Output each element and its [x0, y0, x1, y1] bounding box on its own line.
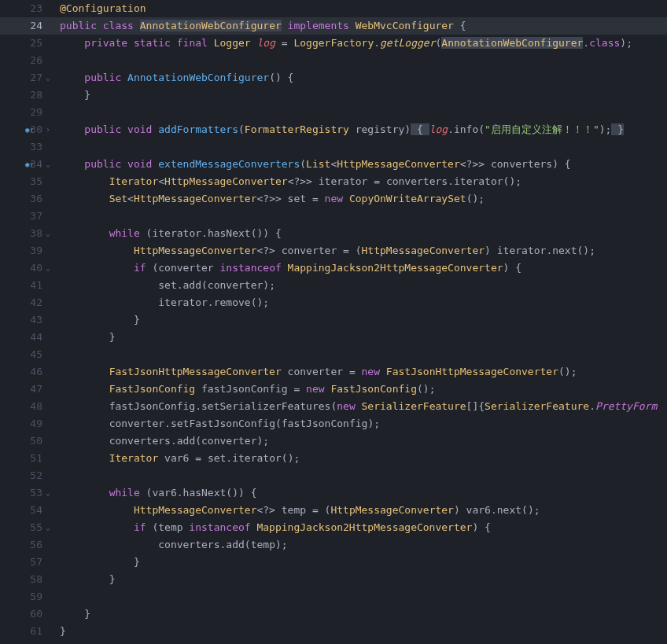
gutter-row: 44	[0, 329, 57, 346]
code-editor[interactable]: 2324252627⌄2829◉↑30›33◉↑34⌄35363738⌄3940…	[0, 0, 667, 644]
gutter-row: ◉↑30›	[0, 121, 57, 138]
class-name: AnnotationWebConfigurer	[140, 20, 282, 31]
brace: }	[109, 331, 116, 343]
punct: .	[583, 37, 589, 49]
code-line[interactable]: @Configuration	[60, 0, 667, 17]
fold-expanded-icon[interactable]: ⌄	[42, 259, 53, 277]
code-line[interactable]: }	[60, 605, 667, 623]
code-line[interactable]: Iterator var6 = set.iterator();	[60, 450, 667, 467]
code-line[interactable]: FastJsonHttpMessageConverter converter =…	[60, 363, 667, 381]
fold-brace[interactable]: {	[411, 123, 429, 135]
fold-expanded-icon[interactable]: ⌄	[42, 484, 53, 502]
code-line[interactable]: public AnnotationWebConfigurer() {	[60, 69, 667, 86]
fold-brace[interactable]: }	[611, 123, 624, 135]
method-decl: extendMessageConverters	[158, 158, 300, 170]
code-area[interactable]: @Configuration public class AnnotationWe…	[57, 0, 667, 644]
fold-expanded-icon[interactable]: ⌄	[42, 519, 53, 536]
code-line[interactable]: }	[60, 623, 667, 640]
code-line[interactable]: public void extendMessageConverters(List…	[60, 156, 667, 173]
fold-collapsed-icon[interactable]: ›	[42, 121, 53, 138]
method-decl: addFormatters	[158, 123, 238, 135]
code-line[interactable]: iterator.remove();	[60, 294, 667, 311]
arg: converter	[208, 279, 263, 291]
line-number: 33	[24, 138, 42, 156]
line-number: 54	[24, 502, 42, 519]
var-ref: iterator	[152, 227, 201, 239]
operator: = (	[306, 504, 330, 516]
punct: );	[599, 123, 612, 135]
enum: SerializerFeature	[485, 400, 589, 412]
fold-expanded-icon[interactable]: ⌄	[42, 156, 53, 173]
gutter-row: 26	[0, 52, 57, 69]
var-ref: iterator	[497, 245, 547, 256]
override-icon[interactable]: ◉↑	[25, 121, 34, 138]
gutter-row: 35	[0, 173, 57, 190]
punct: (	[201, 279, 208, 291]
code-line-current[interactable]: public class AnnotationWebConfigurer imp…	[60, 17, 667, 35]
line-number: 52	[24, 467, 42, 484]
keyword: final	[177, 37, 208, 49]
gutter-row: 61	[0, 623, 57, 640]
arg: converter	[201, 435, 256, 447]
punct: );	[620, 37, 632, 49]
code-line[interactable]: if (converter instanceof MappingJackson2…	[60, 259, 667, 277]
punct: .	[448, 175, 454, 187]
type: FormatterRegistry	[245, 123, 349, 135]
code-line[interactable]: while (var6.hasNext()) {	[60, 484, 667, 502]
code-line[interactable]: }	[60, 86, 667, 104]
code-line[interactable]: }	[60, 571, 667, 588]
punct: >	[478, 158, 485, 170]
line-number: 24	[24, 17, 42, 35]
fold-expanded-icon[interactable]: ⌄	[42, 69, 53, 86]
type: FastJsonConfig	[109, 383, 196, 395]
code-line-empty[interactable]	[60, 467, 667, 484]
gutter-row: 58	[0, 571, 57, 588]
code-line-empty[interactable]	[60, 138, 667, 156]
code-line[interactable]: while (iterator.hasNext()) {	[60, 225, 667, 242]
punct: .	[374, 37, 380, 49]
code-line-empty[interactable]	[60, 104, 667, 121]
field: log	[429, 123, 448, 135]
gutter-row: 37	[0, 208, 57, 225]
code-line[interactable]: converter.setFastJsonConfig(fastJsonConf…	[60, 415, 667, 432]
operator: =	[275, 37, 293, 49]
code-line[interactable]: HttpMessageConverter<?> temp = (HttpMess…	[60, 502, 667, 519]
fold-expanded-icon[interactable]: ⌄	[42, 225, 53, 242]
punct: <?>	[256, 193, 275, 204]
code-line[interactable]: }	[60, 329, 667, 346]
keyword: new	[337, 400, 355, 412]
keyword: if	[134, 521, 146, 533]
gutter-row: 54	[0, 502, 57, 519]
type: CopyOnWriteArraySet	[343, 193, 466, 204]
code-line[interactable]: }	[60, 311, 667, 329]
line-number: 56	[24, 536, 42, 554]
code-line[interactable]: fastJsonConfig.setSerializerFeatures(new…	[60, 398, 667, 415]
code-line-empty[interactable]	[60, 346, 667, 363]
variable: log	[257, 37, 275, 49]
code-line[interactable]: if (temp instanceof MappingJackson2HttpM…	[60, 519, 667, 536]
code-line[interactable]: FastJsonConfig fastJsonConfig = new Fast…	[60, 381, 667, 398]
code-line[interactable]: HttpMessageConverter<?> converter = (Htt…	[60, 242, 667, 259]
type: Iterator	[109, 452, 159, 464]
code-line[interactable]: private static final Logger log = Logger…	[60, 35, 667, 52]
punct: (	[146, 521, 159, 533]
code-line[interactable]: Set<HttpMessageConverter<?>> set = new C…	[60, 190, 667, 208]
code-line[interactable]: set.add(converter);	[60, 277, 667, 294]
code-line-empty[interactable]	[60, 52, 667, 69]
code-line-empty[interactable]	[60, 208, 667, 225]
punct: ())	[251, 227, 269, 239]
keyword: while	[109, 487, 140, 499]
method-call: add	[183, 279, 201, 291]
code-line[interactable]: Iterator<HttpMessageConverter<?>> iterat…	[60, 173, 667, 190]
code-line[interactable]: converters.add(converter);	[60, 432, 667, 450]
string: "启用自定义注解！！！"	[485, 123, 599, 135]
brace: {	[282, 72, 294, 83]
gutter-row: 24	[0, 17, 57, 35]
code-line-empty[interactable]	[60, 588, 667, 605]
code-line[interactable]: }	[60, 554, 667, 571]
punct: .	[195, 400, 201, 412]
override-icon[interactable]: ◉↑	[25, 156, 34, 173]
code-line[interactable]: converters.add(temp);	[60, 536, 667, 554]
code-line[interactable]: public void addFormatters(FormatterRegis…	[60, 121, 667, 138]
variable: fastJsonConfig	[195, 383, 287, 395]
